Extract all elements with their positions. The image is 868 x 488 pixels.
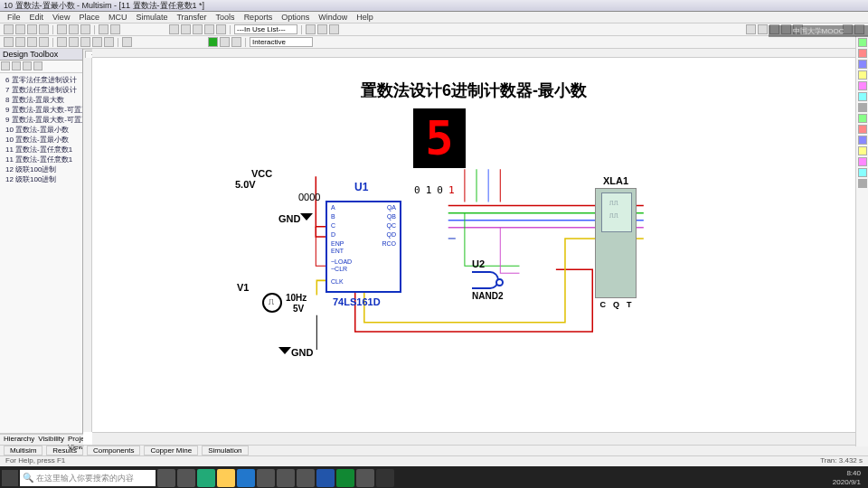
design-tree[interactable]: 6 置零法任意进制设计 7 置数法任意进制设计 8 置数法-置最大数 9 置数法…	[0, 73, 82, 433]
u1-chip[interactable]: A B C D ENP ENT ~LOAD ~CLR CLK QA QB QC …	[326, 201, 401, 293]
open-icon[interactable]	[15, 24, 25, 34]
app-icon[interactable]	[356, 469, 374, 487]
word-icon[interactable]	[316, 469, 335, 487]
tool-icon[interactable]	[317, 24, 327, 34]
instrument-icon[interactable]	[858, 114, 867, 123]
sim-mode-combo[interactable]: Interactive	[250, 37, 313, 47]
tree-item[interactable]: 6 置零法任意进制设计	[2, 75, 80, 85]
instrument-icon[interactable]	[858, 168, 867, 177]
component-icon[interactable]	[169, 24, 179, 34]
tree-item[interactable]: 10 置数法-置最小数	[2, 125, 80, 135]
tree-item[interactable]: 9 置数法-置最大数-可置正确	[2, 105, 80, 115]
print-icon[interactable]	[39, 24, 49, 34]
tree-item[interactable]: 12 级联100进制	[2, 174, 80, 184]
app-icon[interactable]	[297, 469, 315, 487]
taskview-icon[interactable]	[177, 469, 195, 487]
bottom-tab[interactable]: Simulation	[202, 446, 248, 455]
undo-icon[interactable]	[99, 24, 108, 34]
instrument-icon[interactable]	[858, 125, 867, 134]
instrument-icon[interactable]	[858, 136, 867, 145]
new-icon[interactable]	[4, 24, 14, 34]
menu-transfer[interactable]: Transfer	[176, 13, 206, 22]
stop-icon[interactable]	[231, 37, 241, 47]
multisim-icon[interactable]	[376, 469, 394, 487]
place-icon[interactable]	[4, 37, 14, 47]
instrument-icon[interactable]	[858, 49, 867, 58]
place-icon[interactable]	[104, 37, 114, 47]
tree-item[interactable]: 11 置数法-置任意数1	[2, 155, 80, 164]
mail-icon[interactable]	[237, 469, 255, 487]
tree-item[interactable]: 10 置数法-置最小数	[2, 135, 80, 145]
instrument-icon[interactable]	[858, 146, 867, 155]
copy-icon[interactable]	[69, 24, 79, 34]
start-button[interactable]	[2, 470, 18, 486]
place-icon[interactable]	[57, 37, 67, 47]
component-icon[interactable]	[216, 24, 226, 34]
bottom-tab[interactable]: Results	[46, 446, 83, 455]
u2-gate[interactable]: U2 NAND2	[472, 258, 503, 301]
menu-reports[interactable]: Reports	[244, 13, 273, 22]
redo-icon[interactable]	[110, 24, 120, 34]
scrollbar-horizontal[interactable]	[92, 432, 855, 445]
instrument-icon[interactable]	[858, 157, 867, 166]
instrument-icon[interactable]	[858, 60, 867, 69]
help-icon[interactable]	[329, 24, 339, 34]
explorer-icon[interactable]	[217, 469, 235, 487]
bottom-tab[interactable]: Copper Mine	[144, 446, 198, 455]
tree-icon[interactable]	[12, 61, 21, 70]
paste-icon[interactable]	[80, 24, 90, 34]
tab-visibility[interactable]: Visibility	[34, 434, 64, 445]
instrument-icon[interactable]	[858, 179, 867, 188]
app-icon[interactable]	[277, 469, 295, 487]
text-icon[interactable]	[122, 37, 132, 47]
place-icon[interactable]	[39, 37, 49, 47]
tree-item[interactable]: 11 置数法-置任意数1	[2, 145, 80, 155]
tree-icon[interactable]	[1, 61, 10, 70]
tree-item[interactable]: 7 置数法任意进制设计	[2, 85, 80, 95]
menu-mcu[interactable]: MCU	[108, 13, 127, 22]
in-use-combo[interactable]: ---In Use List---	[234, 24, 297, 34]
store-icon[interactable]	[257, 469, 275, 487]
logic-analyzer[interactable]: XLA1 C Q T	[595, 175, 637, 309]
component-icon[interactable]	[204, 24, 214, 34]
instrument-icon[interactable]	[858, 38, 867, 47]
cortana-icon[interactable]	[157, 469, 175, 487]
place-icon[interactable]	[27, 37, 37, 47]
tree-icon[interactable]	[33, 61, 42, 70]
menu-options[interactable]: Options	[281, 13, 309, 22]
menu-place[interactable]: Place	[79, 13, 99, 22]
schematic-canvas[interactable]: 置数法设计6进制计数器-最小数 5 0 1 0 1 VCC 5.0V GND U…	[92, 58, 855, 432]
bottom-tab[interactable]: Multisim	[4, 446, 42, 455]
tree-item[interactable]: 9 置数法-置最大数-可置正确	[2, 115, 80, 125]
edge-icon[interactable]	[197, 469, 215, 487]
tree-item[interactable]: 8 置数法-置最大数	[2, 95, 80, 105]
pause-icon[interactable]	[220, 37, 230, 47]
menu-file[interactable]: File	[7, 13, 21, 22]
place-icon[interactable]	[92, 37, 102, 47]
clock-source-icon[interactable]	[262, 293, 282, 313]
place-icon[interactable]	[80, 37, 90, 47]
search-input[interactable]: 在这里输入你要搜索的内容	[20, 470, 156, 486]
system-tray[interactable]: 8:40 2020/9/1	[833, 469, 866, 487]
instrument-icon[interactable]	[858, 92, 867, 101]
zoom-in-icon[interactable]	[746, 24, 756, 34]
menu-help[interactable]: Help	[356, 13, 373, 22]
place-icon[interactable]	[15, 37, 25, 47]
zoom-out-icon[interactable]	[758, 24, 768, 34]
instrument-icon[interactable]	[858, 70, 867, 80]
tool-icon[interactable]	[306, 24, 316, 34]
tab-hierarchy[interactable]: Hierarchy	[0, 434, 34, 445]
menu-simulate[interactable]: Simulate	[136, 13, 167, 22]
tree-item[interactable]: 12 级联100进制	[2, 164, 80, 174]
save-icon[interactable]	[27, 24, 37, 34]
menu-window[interactable]: Window	[318, 13, 347, 22]
instrument-icon[interactable]	[858, 81, 867, 90]
menu-tools[interactable]: Tools	[216, 13, 235, 22]
menu-view[interactable]: View	[52, 13, 70, 22]
seven-segment-display[interactable]: 5	[413, 108, 466, 168]
component-icon[interactable]	[181, 24, 191, 34]
tree-icon[interactable]	[23, 61, 32, 70]
bottom-tab[interactable]: Components	[87, 446, 140, 455]
place-icon[interactable]	[69, 37, 79, 47]
excel-icon[interactable]	[336, 469, 354, 487]
